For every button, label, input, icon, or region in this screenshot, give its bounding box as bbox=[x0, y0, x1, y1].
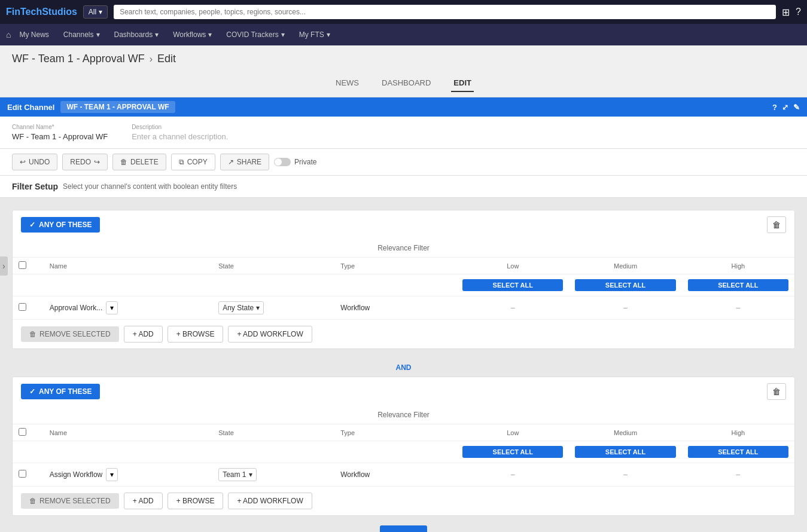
breadcrumb-separator: › bbox=[150, 54, 153, 65]
share-button[interactable]: ↗ SHARE bbox=[220, 154, 269, 170]
trash-icon: 🗑 bbox=[120, 158, 127, 166]
sidebar-toggle[interactable]: › bbox=[0, 256, 8, 276]
grid-icon[interactable]: ⊞ bbox=[782, 7, 790, 18]
redo-button[interactable]: REDO ↪ bbox=[62, 154, 108, 170]
add-and-button[interactable]: + AND bbox=[380, 525, 427, 532]
filter-table-1: Name State Type Low Medium High SELECT A… bbox=[13, 257, 794, 320]
secondary-navigation: ⌂ My News Channels ▾ Dashboards ▾ Workfl… bbox=[0, 24, 807, 45]
nav-dashboards[interactable]: Dashboards ▾ bbox=[108, 28, 165, 41]
delete-group-1-button[interactable]: 🗑 bbox=[767, 216, 786, 233]
nav-my-fts[interactable]: My FTS ▾ bbox=[293, 28, 336, 41]
edit-icon[interactable]: ✎ bbox=[793, 103, 800, 112]
filter-setup-subtitle: Select your channel's content with boole… bbox=[63, 182, 237, 191]
toggle-switch[interactable] bbox=[274, 158, 291, 166]
col-state-header-1: State bbox=[212, 258, 334, 274]
expand-icon[interactable]: ⤢ bbox=[782, 103, 788, 112]
relevance-filter-section-1: Relevance Filter bbox=[13, 239, 794, 257]
tab-dashboard[interactable]: DASHBOARD bbox=[379, 75, 433, 92]
any-of-these-button-1[interactable]: ✓ ANY OF THESE bbox=[21, 217, 100, 233]
browse-button-2[interactable]: + BROWSE bbox=[168, 493, 224, 509]
row-name-dropdown-2-1[interactable]: ▾ bbox=[106, 468, 118, 481]
nav-workflows[interactable]: Workflows ▾ bbox=[167, 28, 218, 41]
breadcrumb-part1[interactable]: WF - Team 1 - Approval WF bbox=[12, 53, 145, 65]
select-all-high-2[interactable]: SELECT ALL bbox=[688, 446, 788, 458]
breadcrumb-part2: Edit bbox=[157, 53, 176, 65]
select-all-low-1[interactable]: SELECT ALL bbox=[462, 279, 563, 291]
help-icon[interactable]: ? bbox=[772, 103, 777, 112]
channel-name-label: Channel Name* bbox=[12, 124, 108, 130]
search-type-dropdown[interactable]: All ▾ bbox=[83, 5, 108, 19]
filter-setup-header: Filter Setup Select your channel's conte… bbox=[0, 176, 807, 198]
delete-group-2-button[interactable]: 🗑 bbox=[767, 383, 786, 400]
chevron-down-icon: ▾ bbox=[99, 8, 102, 16]
chevron-down-icon: ▾ bbox=[256, 304, 260, 312]
chevron-down-icon: ▾ bbox=[110, 470, 114, 479]
check-icon: ✓ bbox=[29, 387, 35, 396]
row-high-1-1: – bbox=[682, 296, 794, 320]
browse-button-1[interactable]: + BROWSE bbox=[168, 326, 224, 343]
nav-my-news[interactable]: My News bbox=[13, 28, 54, 41]
select-all-medium-1[interactable]: SELECT ALL bbox=[575, 279, 675, 291]
col-state-header-2: State bbox=[212, 424, 334, 441]
delete-button[interactable]: 🗑 DELETE bbox=[112, 154, 166, 170]
chevron-down-icon: ▾ bbox=[281, 30, 285, 39]
private-toggle[interactable]: Private bbox=[274, 158, 316, 166]
col-high-header-2: High bbox=[682, 424, 794, 441]
col-name-header-1: Name bbox=[44, 258, 212, 274]
nav-icons: ⊞ ? bbox=[782, 7, 801, 18]
table-row: Approval Work... ▾ Any State ▾ Workflow bbox=[13, 296, 794, 320]
col-high-header-1: High bbox=[682, 258, 794, 274]
chevron-down-icon: ▾ bbox=[155, 30, 159, 39]
relevance-filter-section-2: Relevance Filter bbox=[13, 406, 794, 424]
undo-button[interactable]: ↩ UNDO bbox=[12, 154, 57, 170]
channel-name-value: WF - Team 1 - Approval WF bbox=[12, 132, 108, 141]
row-high-2-1: – bbox=[682, 463, 794, 487]
row-name-dropdown-1-1[interactable]: ▾ bbox=[106, 301, 118, 314]
row-checkbox-1-1[interactable] bbox=[19, 303, 26, 311]
remove-selected-button-1[interactable]: 🗑 REMOVE SELECTED bbox=[21, 326, 119, 342]
table-row: Assign Workflow ▾ Team 1 ▾ Workflow bbox=[13, 463, 794, 487]
add-workflow-button-1[interactable]: + ADD WORKFLOW bbox=[228, 326, 312, 343]
logo-part1: FinTech bbox=[6, 7, 42, 17]
add-workflow-button-2[interactable]: + ADD WORKFLOW bbox=[228, 493, 312, 509]
select-all-checkbox-2[interactable] bbox=[19, 428, 26, 436]
edit-channel-label: Edit Channel bbox=[7, 103, 54, 112]
row-medium-1-1: – bbox=[569, 296, 681, 320]
home-icon[interactable]: ⌂ bbox=[6, 30, 11, 39]
copy-button[interactable]: ⧉ COPY bbox=[171, 154, 215, 170]
remove-selected-button-2[interactable]: 🗑 REMOVE SELECTED bbox=[21, 493, 119, 509]
chevron-down-icon: ▾ bbox=[208, 30, 212, 39]
add-button-2[interactable]: + ADD bbox=[124, 493, 163, 509]
search-input[interactable] bbox=[114, 5, 776, 19]
filter-footer-2: 🗑 REMOVE SELECTED + ADD + BROWSE + ADD W… bbox=[13, 487, 794, 515]
select-all-checkbox-1[interactable] bbox=[19, 261, 26, 269]
select-all-low-2[interactable]: SELECT ALL bbox=[462, 446, 563, 458]
nav-channels[interactable]: Channels ▾ bbox=[57, 28, 106, 41]
row-checkbox-2-1[interactable] bbox=[19, 470, 26, 478]
row-type-1-1: Workflow bbox=[334, 296, 456, 320]
row-state-dropdown-2-1[interactable]: Team 1 ▾ bbox=[218, 468, 256, 481]
trash-icon: 🗑 bbox=[29, 497, 36, 505]
copy-icon: ⧉ bbox=[179, 158, 184, 166]
tab-news[interactable]: NEWS bbox=[333, 75, 361, 92]
col-name-header-2: Name bbox=[44, 424, 212, 441]
trash-icon: 🗑 bbox=[29, 330, 36, 338]
col-medium-header-2: Medium bbox=[569, 424, 681, 441]
filter-footer-1: 🗑 REMOVE SELECTED + ADD + BROWSE + ADD W… bbox=[13, 320, 794, 348]
select-all-high-1[interactable]: SELECT ALL bbox=[688, 279, 788, 291]
add-button-1[interactable]: + ADD bbox=[124, 326, 163, 343]
channel-name-field: Channel Name* WF - Team 1 - Approval WF bbox=[12, 124, 108, 141]
filter-group-1-header: ✓ ANY OF THESE 🗑 bbox=[13, 210, 794, 239]
logo-part2: Studios bbox=[42, 7, 77, 17]
breadcrumb: WF - Team 1 - Approval WF › Edit bbox=[0, 45, 807, 70]
tab-edit[interactable]: EDIT bbox=[451, 75, 474, 92]
select-all-medium-2[interactable]: SELECT ALL bbox=[575, 446, 675, 458]
any-of-these-button-2[interactable]: ✓ ANY OF THESE bbox=[21, 384, 100, 399]
help-icon[interactable]: ? bbox=[796, 7, 801, 18]
row-medium-2-1: – bbox=[569, 463, 681, 487]
nav-covid-trackers[interactable]: COVID Trackers ▾ bbox=[220, 28, 290, 41]
col-medium-header-1: Medium bbox=[569, 258, 681, 274]
row-type-2-1: Workflow bbox=[334, 463, 456, 487]
row-state-dropdown-1-1[interactable]: Any State ▾ bbox=[218, 301, 264, 314]
row-name-2-1: Assign Workflow ▾ bbox=[50, 468, 206, 481]
